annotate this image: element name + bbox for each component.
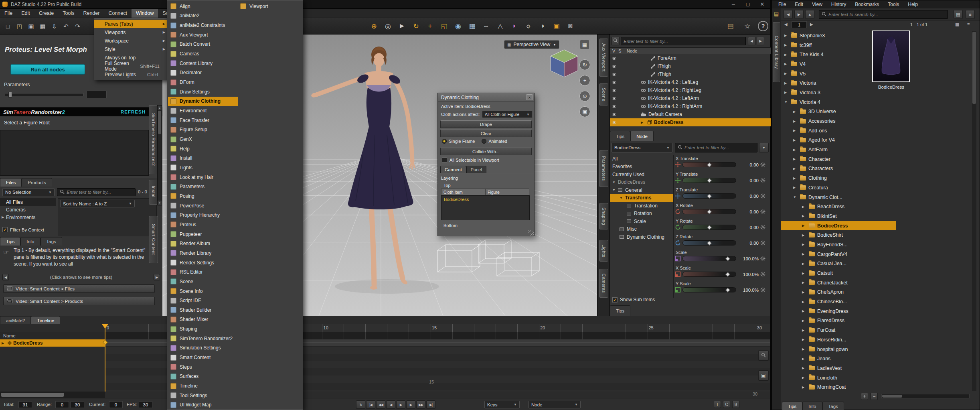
param-group-favorites[interactable]: Favorites bbox=[610, 163, 673, 171]
visibility-eye-icon[interactable] bbox=[611, 105, 617, 108]
dock-tab-smart-content[interactable]: Smart Content bbox=[149, 216, 158, 263]
cloth-actions-dropdown[interactable]: All Cloth on Figure▼ bbox=[482, 111, 533, 118]
next-key-button[interactable]: ▶▶ bbox=[416, 400, 425, 409]
tab-tips[interactable]: Tips bbox=[610, 305, 630, 316]
help-icon[interactable]: ? bbox=[758, 21, 768, 31]
library-node-accessories[interactable]: ▶Accessories bbox=[781, 116, 896, 126]
x-rotate-value[interactable]: 0.00 bbox=[738, 209, 759, 214]
zoom-out-button[interactable]: − bbox=[871, 393, 878, 400]
panes-menu-face-transfer[interactable]: Face Transfer bbox=[168, 116, 238, 125]
tab-animate2[interactable]: aniMate2 bbox=[0, 316, 31, 324]
x-rotate-slider[interactable] bbox=[682, 209, 736, 214]
sort-dropdown[interactable]: Sort by Name : A to Z▼ bbox=[60, 200, 135, 207]
proteus-slider[interactable] bbox=[5, 93, 83, 96]
settings-gear-icon[interactable] bbox=[760, 240, 765, 246]
library-node-ladiesvest[interactable]: ▶LadiesVest bbox=[781, 363, 896, 373]
tab-products[interactable]: Products bbox=[22, 178, 52, 187]
scene-node-ik-victoria-4-2-leftleg[interactable]: IK-Victoria 4.2 : LeftLeg bbox=[610, 78, 771, 86]
dynamic-clothing-panel[interactable]: Dynamic Clothing × Active Item: BodiceDr… bbox=[437, 93, 535, 236]
close-button[interactable]: ✕ bbox=[757, 0, 768, 8]
save-icon[interactable]: ▣ bbox=[26, 20, 36, 32]
z-translate-slider[interactable] bbox=[682, 193, 736, 199]
library-node-victoria-4[interactable]: ▼Victoria 4 bbox=[781, 97, 896, 107]
scroll-thumb[interactable] bbox=[158, 111, 161, 134]
tab-tips[interactable]: Tips bbox=[782, 402, 802, 410]
range-start-value[interactable]: 0 bbox=[55, 401, 69, 408]
translate-tool-icon[interactable]: + bbox=[424, 20, 436, 32]
menu-item-workspace[interactable]: Workspace▶ bbox=[94, 37, 168, 45]
timeline-zoom-icon[interactable] bbox=[758, 350, 769, 361]
filter-by-context-checkbox[interactable]: ✓Filter By Context bbox=[2, 227, 44, 232]
library-node-bodiceshirt[interactable]: ▶BodiceShirt bbox=[781, 230, 896, 240]
open-file-icon[interactable]: ◰ bbox=[14, 20, 25, 32]
y-rotate-slider[interactable] bbox=[682, 225, 736, 230]
panes-menu-property-hierarchy[interactable]: Property Hierarchy bbox=[168, 210, 238, 220]
lib-menubar-help[interactable]: Help bbox=[903, 0, 922, 8]
library-node-chefsapron[interactable]: ▶ChefsApron bbox=[781, 288, 896, 297]
panes-menu-parameters[interactable]: Parameters bbox=[168, 182, 238, 191]
visibility-eye-icon[interactable] bbox=[611, 81, 617, 84]
panes-menu-shader-mixer[interactable]: Shader Mixer bbox=[168, 315, 238, 325]
y-translate-slider[interactable] bbox=[682, 178, 736, 183]
view-options-icon[interactable]: ▤ bbox=[954, 10, 963, 19]
menu-item-viewports[interactable]: Viewports▶ bbox=[94, 28, 168, 37]
playhead-handle[interactable] bbox=[102, 324, 108, 329]
panes-menu-puppeteer[interactable]: Puppeteer bbox=[168, 229, 238, 239]
camera-selector-dropdown[interactable]: ▦ Perspective View ▼ bbox=[504, 40, 559, 49]
scene-search-input[interactable]: Enter text to filter by... bbox=[621, 37, 746, 45]
name-column-scrollbar[interactable] bbox=[0, 392, 105, 398]
library-node-eveningdress[interactable]: ▶EveningDress bbox=[781, 306, 896, 316]
panes-menu-simtenero-randomizer2[interactable]: SimTenero Randomizer2 bbox=[168, 334, 238, 343]
single-frame-radio[interactable] bbox=[442, 139, 447, 144]
panes-menu-install[interactable]: Install bbox=[168, 154, 238, 163]
settings-gear-icon[interactable] bbox=[760, 193, 765, 199]
lib-menubar-history[interactable]: History bbox=[827, 0, 850, 8]
library-node-creatura[interactable]: ▶Creatura bbox=[781, 183, 896, 193]
context-dropdown[interactable]: No Selection▼ bbox=[2, 188, 55, 196]
panes-menu-help[interactable]: Help bbox=[168, 144, 238, 154]
library-node-horseridin[interactable]: ▶HorseRidin... bbox=[781, 335, 896, 345]
back-button[interactable]: ◀ bbox=[784, 10, 793, 19]
face-transfer-tool-icon[interactable]: ◗ bbox=[508, 20, 520, 32]
settings-gear-icon[interactable] bbox=[760, 256, 765, 261]
scene-node-bodicedress[interactable]: ▶BodiceDress bbox=[610, 118, 771, 126]
active-pose-tool-icon[interactable]: ◎ bbox=[382, 20, 394, 32]
library-node-aged-for-v4[interactable]: ▶Aged for V4 bbox=[781, 136, 896, 145]
library-node-flareddress[interactable]: ▶FlaredDress bbox=[781, 316, 896, 326]
panes-menu-surfaces[interactable]: Surfaces bbox=[168, 372, 238, 382]
dc-panel-titlebar[interactable]: Dynamic Clothing bbox=[438, 93, 534, 102]
resize-grip[interactable] bbox=[528, 230, 534, 235]
measure-tool-icon[interactable]: ⇔ bbox=[480, 20, 492, 32]
menubar-tools[interactable]: Tools bbox=[58, 9, 79, 18]
panes-menu-render-album[interactable]: Render Album bbox=[168, 239, 238, 248]
menu-item-style[interactable]: Style▶ bbox=[94, 45, 168, 53]
panes-menu-figure-setup[interactable]: Figure Setup bbox=[168, 125, 238, 135]
menubar-edit[interactable]: Edit bbox=[17, 9, 34, 18]
lib-menubar-tools[interactable]: Tools bbox=[883, 0, 903, 8]
z-rotate-slider[interactable] bbox=[682, 240, 736, 246]
panes-menu-tool-settings[interactable]: Tool Settings bbox=[168, 391, 238, 400]
all-selectable-checkbox[interactable]: ✓ bbox=[442, 157, 447, 162]
tab-info[interactable]: Info bbox=[20, 237, 40, 246]
spot-render-tool-icon[interactable]: ☼ bbox=[522, 20, 535, 32]
frame-control[interactable]: ▣ bbox=[579, 106, 590, 117]
tab-tags[interactable]: Tags bbox=[40, 237, 62, 246]
scene-node-ik-victoria-4-2-rightleg[interactable]: IK-Victoria 4.2 : RightLeg bbox=[610, 86, 771, 94]
range-end-value[interactable]: 30 bbox=[71, 401, 84, 408]
settings-gear-icon[interactable] bbox=[760, 209, 765, 214]
scene-node-forearm[interactable]: ForeArm bbox=[610, 54, 771, 62]
param-group-scale[interactable]: Scale bbox=[610, 217, 673, 225]
param-group-bodicedress[interactable]: ▼BodiceDress bbox=[610, 179, 673, 187]
tab-tips[interactable]: Tips bbox=[0, 237, 20, 246]
toolbox-icon[interactable]: ▣ bbox=[550, 20, 563, 32]
search-prev-button[interactable]: ◀ bbox=[748, 37, 755, 45]
whats-new-icon[interactable]: ☆ bbox=[741, 20, 753, 32]
up-button[interactable]: ▲ bbox=[805, 10, 814, 19]
dock-scrollbar[interactable]: ▲ ▼ bbox=[157, 105, 162, 205]
previous-key-button[interactable]: ◀◀ bbox=[376, 400, 385, 409]
library-node-furcoat[interactable]: ▶FurCoat bbox=[781, 325, 896, 335]
y-scale-value[interactable]: 100.0% bbox=[738, 288, 759, 292]
library-search-input[interactable]: Enter text to search by... bbox=[819, 10, 948, 19]
scroll-up-icon[interactable]: ▲ bbox=[158, 106, 162, 110]
library-node-characters[interactable]: ▶Characters bbox=[781, 164, 896, 174]
